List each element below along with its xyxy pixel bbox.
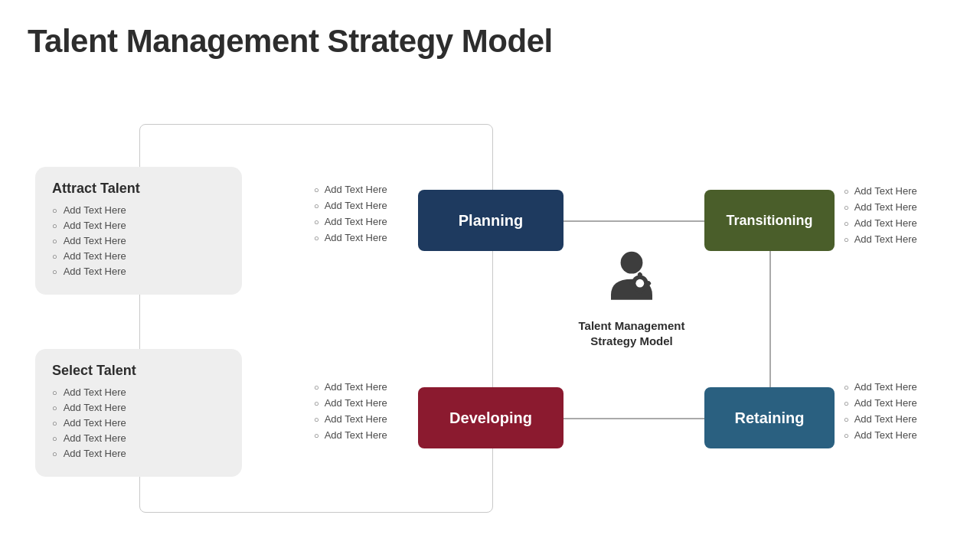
right-vertical-connector — [769, 251, 771, 387]
list-item: Add Text Here — [314, 184, 387, 195]
list-item: Add Text Here — [52, 266, 225, 277]
list-item: Add Text Here — [52, 250, 225, 262]
attract-card: Attract Talent Add Text Here Add Text He… — [35, 167, 242, 295]
transitioning-right-list: Add Text Here Add Text Here Add Text Her… — [844, 185, 917, 249]
retaining-right-list: Add Text Here Add Text Here Add Text Her… — [844, 381, 917, 445]
list-item: Add Text Here — [314, 200, 387, 211]
list-item: Add Text Here — [844, 397, 917, 409]
svg-rect-4 — [638, 289, 642, 294]
list-item: Add Text Here — [52, 448, 225, 459]
list-item: Add Text Here — [314, 397, 387, 409]
connector-line-top — [564, 220, 704, 222]
list-item: Add Text Here — [314, 429, 387, 441]
developing-label: Developing — [449, 409, 532, 427]
select-list: Add Text Here Add Text Here Add Text Her… — [52, 386, 225, 459]
attract-list: Add Text Here Add Text Here Add Text Her… — [52, 204, 225, 277]
list-item: Add Text Here — [52, 220, 225, 231]
planning-label: Planning — [459, 212, 523, 230]
list-item: Add Text Here — [314, 216, 387, 227]
list-item: Add Text Here — [844, 429, 917, 441]
list-item: Add Text Here — [844, 201, 917, 213]
list-item: Add Text Here — [52, 386, 225, 398]
svg-point-0 — [621, 252, 643, 274]
page-title: Talent Management Strategy Model — [28, 23, 553, 60]
talent-management-icon — [597, 243, 666, 312]
list-item: Add Text Here — [844, 185, 917, 197]
retaining-label: Retaining — [734, 409, 804, 427]
select-heading: Select Talent — [52, 363, 225, 379]
list-item: Add Text Here — [52, 432, 225, 444]
center-icon-area: Talent ManagementStrategy Model — [574, 243, 689, 348]
list-item: Add Text Here — [314, 413, 387, 425]
transitioning-button[interactable]: Transitioning — [704, 190, 835, 251]
list-item: Add Text Here — [52, 417, 225, 429]
transitioning-label: Transitioning — [726, 213, 812, 229]
planning-button[interactable]: Planning — [418, 190, 564, 251]
connector-line-bottom — [564, 418, 704, 419]
list-item: Add Text Here — [844, 413, 917, 425]
list-item: Add Text Here — [52, 204, 225, 216]
retaining-button[interactable]: Retaining — [704, 387, 835, 448]
list-item: Add Text Here — [52, 402, 225, 413]
svg-point-2 — [635, 279, 644, 288]
list-item: Add Text Here — [314, 232, 387, 243]
list-item: Add Text Here — [844, 217, 917, 229]
center-label: Talent ManagementStrategy Model — [579, 318, 685, 348]
svg-rect-5 — [629, 282, 635, 285]
select-card: Select Talent Add Text Here Add Text Her… — [35, 349, 242, 477]
developing-button[interactable]: Developing — [418, 387, 564, 448]
attract-heading: Attract Talent — [52, 181, 225, 197]
list-item: Add Text Here — [844, 233, 917, 245]
list-item: Add Text Here — [314, 381, 387, 393]
developing-left-list: Add Text Here Add Text Here Add Text Her… — [314, 381, 387, 445]
list-item: Add Text Here — [844, 381, 917, 393]
list-item: Add Text Here — [52, 235, 225, 246]
planning-left-list: Add Text Here Add Text Here Add Text Her… — [314, 184, 387, 248]
